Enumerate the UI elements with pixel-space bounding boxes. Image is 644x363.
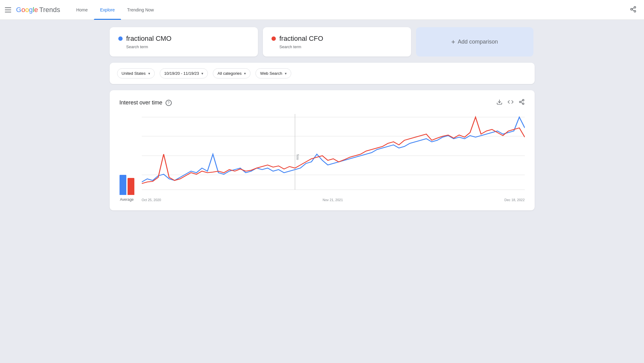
category-filter[interactable]: All categories ▾: [213, 68, 250, 78]
category-value: All categories: [217, 71, 242, 76]
dot-red-2: [271, 36, 276, 41]
svg-line-3: [632, 10, 634, 11]
nav-home[interactable]: Home: [70, 0, 94, 20]
help-icon[interactable]: ?: [166, 100, 172, 106]
main-content: fractional CMO Search term fractional CF…: [100, 20, 545, 218]
svg-point-7: [519, 101, 521, 103]
search-cards-row: fractional CMO Search term fractional CF…: [110, 27, 535, 57]
region-value: United States: [122, 71, 146, 76]
search-term-name-2: fractional CFO: [280, 35, 323, 43]
chart-title: Interest over time: [120, 99, 162, 106]
menu-button[interactable]: [5, 7, 11, 12]
date-value: 10/19/20 - 11/19/23: [164, 71, 199, 76]
header: Google Trends Home Explore Trending Now: [0, 0, 644, 20]
x-label-1: Oct 25, 2020: [142, 198, 161, 202]
share-chart-button[interactable]: [519, 99, 525, 107]
main-nav: Home Explore Trending Now: [70, 0, 349, 20]
search-type-value: Web Search: [260, 71, 282, 76]
download-button[interactable]: [496, 99, 503, 107]
search-type-filter[interactable]: Web Search ▾: [255, 68, 291, 78]
search-type-arrow-icon: ▾: [285, 71, 287, 76]
svg-line-9: [521, 102, 523, 103]
main-chart: 100 75 50 25 Note Oct 25, 2020 Nov 21, 2…: [142, 114, 525, 202]
svg-text:Note: Note: [296, 154, 299, 160]
search-term-type-1: Search term: [126, 44, 249, 49]
avg-bar-red: [128, 178, 134, 195]
add-comparison-card[interactable]: + Add comparison: [416, 27, 533, 57]
embed-button[interactable]: [507, 99, 514, 107]
search-card-1: fractional CMO Search term: [110, 27, 258, 57]
chart-container: Average 100 75 50 25: [120, 114, 525, 202]
chart-svg: 100 75 50 25 Note: [142, 114, 525, 194]
svg-point-6: [522, 99, 524, 101]
date-arrow-icon: ▾: [201, 71, 203, 76]
logo[interactable]: Google Trends: [16, 6, 60, 14]
x-label-3: Dec 18, 2022: [504, 198, 524, 202]
svg-point-1: [631, 8, 633, 10]
svg-line-4: [632, 7, 634, 9]
category-arrow-icon: ▾: [244, 71, 246, 76]
x-label-2: Nov 21, 2021: [323, 198, 343, 202]
svg-line-10: [521, 100, 523, 101]
search-card-2: fractional CFO Search term: [263, 27, 411, 57]
chart-card: Interest over time ?: [110, 90, 535, 210]
region-filter[interactable]: United States ▾: [117, 68, 155, 78]
search-term-type-2: Search term: [280, 44, 402, 49]
nav-trending[interactable]: Trending Now: [121, 0, 160, 20]
search-term-name-1: fractional CMO: [126, 35, 172, 43]
nav-explore[interactable]: Explore: [94, 0, 121, 20]
dot-blue-1: [118, 36, 123, 41]
svg-point-8: [522, 103, 524, 104]
plus-icon: +: [451, 38, 455, 46]
header-share-button[interactable]: [627, 3, 639, 16]
x-labels: Oct 25, 2020 Nov 21, 2021 Dec 18, 2022: [142, 198, 525, 202]
svg-point-0: [634, 6, 636, 8]
average-bars: Average: [120, 170, 134, 202]
date-filter[interactable]: 10/19/20 - 11/19/23 ▾: [160, 68, 208, 78]
avg-bar-blue: [120, 175, 126, 195]
filter-bar: United States ▾ 10/19/20 - 11/19/23 ▾ Al…: [110, 63, 535, 84]
logo-trends-text: Trends: [39, 6, 60, 14]
average-label: Average: [120, 197, 133, 202]
svg-point-2: [634, 10, 636, 12]
add-comparison-label: Add comparison: [458, 39, 498, 45]
region-arrow-icon: ▾: [148, 71, 150, 76]
